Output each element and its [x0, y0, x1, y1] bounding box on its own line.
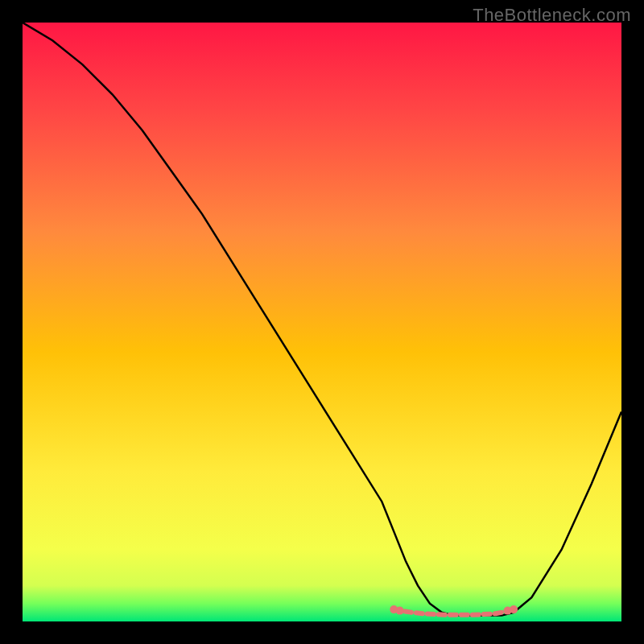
chart-frame [23, 23, 621, 621]
bottleneck-curve-line [23, 23, 621, 616]
plot-area [23, 23, 621, 621]
watermark-text: TheBottleneck.com [473, 5, 631, 26]
svg-point-2 [396, 607, 404, 615]
curve-layer [23, 23, 621, 621]
svg-point-4 [510, 605, 518, 613]
optimal-range-markers [390, 605, 518, 615]
